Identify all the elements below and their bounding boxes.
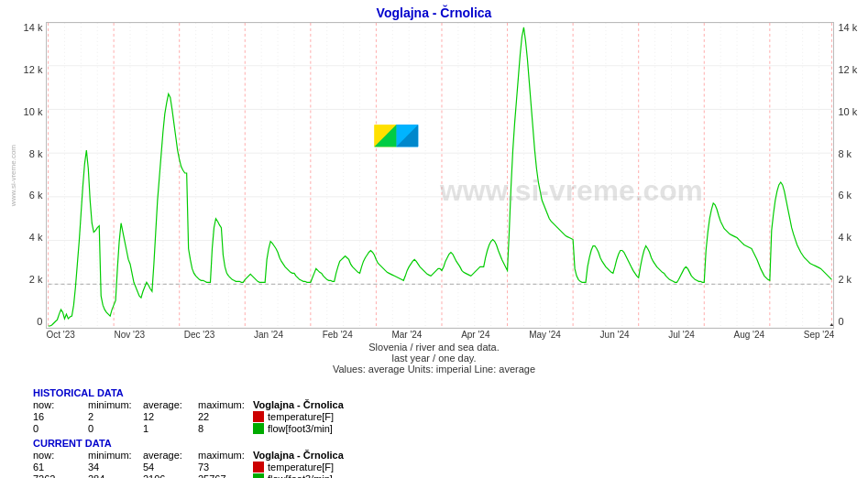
- hist-flow-avg: 1: [143, 423, 198, 434]
- hist-flow-max: 8: [198, 423, 253, 434]
- curr-flow-now: 7262: [33, 473, 88, 478]
- chart-title: Voglajna - Črnolica: [0, 0, 868, 22]
- curr-flow-row: 7262 284 2106 25767 flow[foot3/min]: [33, 473, 363, 478]
- historical-data-header-row: now: minimum: average: maximum: Voglajna…: [33, 399, 363, 410]
- hist-flow-label: flow[foot3/min]: [268, 423, 333, 434]
- hist-flow-min: 0: [88, 423, 143, 434]
- chart-subtitle2: last year / one day.: [0, 353, 868, 364]
- hist-temp-min: 2: [88, 411, 143, 422]
- hist-flow-row: 0 0 1 8 flow[foot3/min]: [33, 423, 363, 434]
- x-axis-labels: Oct '23 Nov '23 Dec '23 Jan '24 Feb '24 …: [46, 330, 834, 340]
- curr-header-max: maximum:: [198, 450, 253, 461]
- svg-marker-67: [830, 323, 834, 326]
- chart-subtitle1: Slovenia / river and sea data.: [0, 342, 868, 353]
- hist-temperature-row: 16 2 12 22 temperature[F]: [33, 411, 363, 422]
- hist-temp-label: temperature[F]: [268, 411, 334, 422]
- historical-data-title: HISTORICAL DATA: [33, 387, 363, 398]
- current-data-header-row: now: minimum: average: maximum: Voglajna…: [33, 450, 363, 461]
- curr-temp-avg: 54: [143, 462, 198, 473]
- hist-station-name: Voglajna - Črnolica: [253, 399, 363, 410]
- hist-flow-color-box: [253, 423, 264, 434]
- hist-header-avg: average:: [143, 399, 198, 410]
- curr-temperature-row: 61 34 54 73 temperature[F]: [33, 462, 363, 473]
- main-chart-svg: www.si-vreme.com: [46, 22, 834, 329]
- historical-data-section: HISTORICAL DATA now: minimum: average: m…: [33, 384, 363, 478]
- chart-subtitle3: Values: average Units: imperial Line: av…: [0, 364, 868, 375]
- curr-flow-avg: 2106: [143, 473, 198, 478]
- hist-temp-max: 22: [198, 411, 253, 422]
- svg-text:www.si-vreme.com: www.si-vreme.com: [439, 174, 703, 207]
- y-axis-left: 14 k 12 k 10 k 8 k 6 k 4 k 2 k 0: [20, 22, 47, 329]
- curr-temp-label: temperature[F]: [268, 462, 334, 473]
- curr-flow-max: 25767: [198, 473, 253, 478]
- curr-station-name: Voglajna - Črnolica: [253, 450, 363, 461]
- hist-temp-color-box: [253, 411, 264, 422]
- curr-temp-min: 34: [88, 462, 143, 473]
- chart-container: Voglajna - Črnolica www.si-vreme.com 14 …: [0, 0, 868, 478]
- curr-header-min: minimum:: [88, 450, 143, 461]
- curr-temp-now: 61: [33, 462, 88, 473]
- curr-header-now: now:: [33, 450, 88, 461]
- curr-flow-min: 284: [88, 473, 143, 478]
- sidebar-watermark: www.si-vreme.com: [9, 145, 17, 206]
- hist-header-now: now:: [33, 399, 88, 410]
- hist-flow-now: 0: [33, 423, 88, 434]
- curr-temp-max: 73: [198, 462, 253, 473]
- current-data-title: CURRENT DATA: [33, 438, 363, 449]
- curr-temp-color-box: [253, 462, 264, 473]
- hist-temp-avg: 12: [143, 411, 198, 422]
- curr-flow-color-box: [253, 473, 264, 478]
- curr-header-avg: average:: [143, 450, 198, 461]
- hist-temp-now: 16: [33, 411, 88, 422]
- curr-flow-label: flow[foot3/min]: [268, 473, 333, 478]
- y-axis-right: 14 k 12 k 10 k 8 k 6 k 4 k 2 k 0: [834, 22, 861, 329]
- hist-header-min: minimum:: [88, 399, 143, 410]
- hist-header-max: maximum:: [198, 399, 253, 410]
